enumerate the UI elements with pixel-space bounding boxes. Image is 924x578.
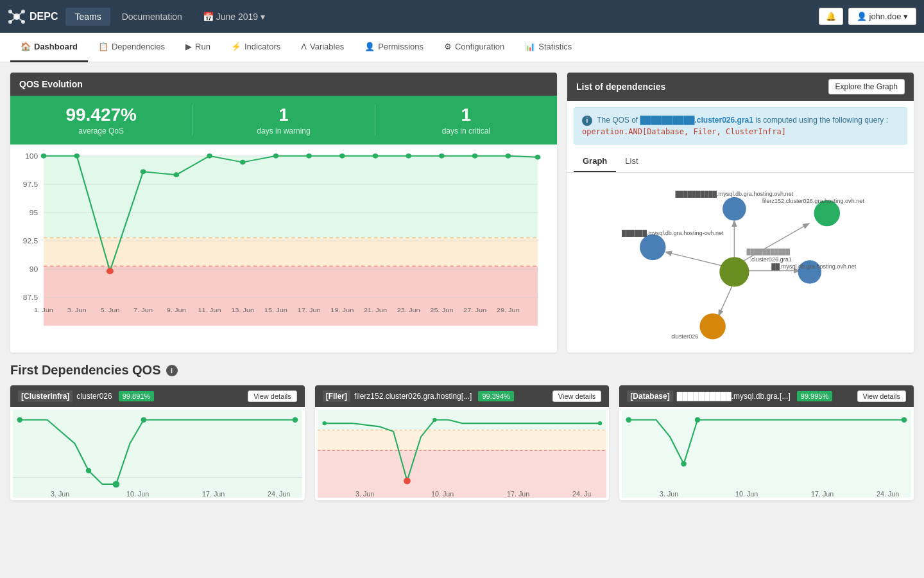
svg-text:10. Jun: 10. Jun	[735, 490, 758, 498]
svg-line-60	[744, 223, 809, 261]
svg-point-29	[141, 169, 146, 174]
dep-view-btn-clusterinfra[interactable]: View details	[248, 390, 297, 402]
svg-text:24. Jun: 24. Jun	[268, 490, 290, 498]
svg-text:5. Jun: 5. Jun	[100, 306, 119, 313]
svg-point-63	[723, 197, 746, 221]
svg-rect-10	[44, 238, 538, 266]
dep-mini-chart-filer: 3. Jun 10. Jun 17. Jun 24. Ju	[315, 407, 610, 500]
dependency-graph-svg: ██████████.mysql.db.gra.hosting.ovh.net …	[574, 179, 907, 346]
topnav-right: 🔔 👤 john.doe ▾	[819, 8, 917, 25]
svg-text:3. Jun: 3. Jun	[355, 490, 374, 498]
svg-point-81	[293, 417, 298, 423]
svg-point-62	[719, 257, 749, 286]
svg-point-101	[681, 461, 687, 466]
info-icon: i	[582, 116, 592, 126]
dep-mini-chart-database: 3. Jun 10. Jun 17. Jun 24. Jun	[619, 407, 914, 500]
tab-configuration[interactable]: ⚙ Configuration	[434, 33, 515, 62]
svg-point-40	[505, 153, 511, 159]
svg-point-31	[207, 153, 212, 159]
svg-rect-11	[44, 156, 538, 238]
svg-text:97.5: 97.5	[23, 180, 38, 188]
svg-text:19. Jun: 19. Jun	[330, 306, 354, 313]
svg-point-67	[699, 313, 725, 339]
sub-navigation: 🏠 Dashboard 📋 Dependencies ▶ Run ⚡ Indic…	[0, 33, 924, 62]
tab-permissions[interactable]: 👤 Permissions	[354, 33, 434, 62]
dep-card-tabs: Graph List	[567, 151, 914, 173]
qos-stats-bar: 99.427% average QoS 1 days in warning 1 …	[10, 96, 557, 144]
svg-text:1. Jun: 1. Jun	[34, 306, 53, 313]
svg-point-93	[432, 418, 436, 422]
svg-point-79	[113, 481, 120, 488]
explore-graph-button[interactable]: Explore the Graph	[828, 79, 905, 94]
user-menu[interactable]: 👤 john.doe ▾	[848, 8, 917, 25]
tab-dependencies-label: Dependencies	[112, 42, 165, 51]
tab-statistics[interactable]: 📊 Statistics	[515, 33, 582, 62]
svg-text:17. Jun: 17. Jun	[298, 306, 321, 313]
svg-text:3. Jun: 3. Jun	[660, 490, 678, 498]
svg-point-30	[173, 172, 179, 177]
dep-info-box: i The QOS of ██████████.cluster026.gra1 …	[574, 107, 907, 144]
svg-text:7. Jun: 7. Jun	[133, 306, 153, 313]
svg-point-39	[472, 153, 478, 159]
dep-qos-filer: 99.394%	[478, 391, 513, 401]
svg-point-34	[306, 153, 312, 159]
logo-icon	[8, 8, 26, 26]
svg-rect-87	[318, 430, 607, 451]
tab-statistics-label: Statistics	[538, 42, 572, 51]
svg-text:23. Jun: 23. Jun	[397, 306, 420, 313]
svg-text:17. Jun: 17. Jun	[811, 490, 834, 498]
svg-point-5	[8, 10, 12, 13]
notification-button[interactable]: 🔔	[819, 8, 843, 25]
info-text-middle: is computed using the following query :	[755, 116, 888, 125]
svg-text:██████.mysql.db.gra.hosting-ov: ██████.mysql.db.gra.hosting-ovh.net	[622, 229, 724, 237]
qos-warning-value: 1	[193, 105, 374, 125]
svg-point-64	[640, 234, 665, 260]
qos-average-stat: 99.427% average QoS	[10, 105, 193, 136]
tab-dashboard[interactable]: 🏠 Dashboard	[10, 33, 88, 62]
tab-indicators[interactable]: ⚡ Indicators	[221, 33, 291, 62]
nav-documentation[interactable]: Documentation	[113, 8, 191, 26]
tab-run[interactable]: ▶ Run	[175, 33, 221, 62]
dep-mini-header-filer: [Filer] filerz152.cluster026.gra.hosting…	[315, 385, 610, 407]
svg-text:filerz152.cluster026.gra.hosti: filerz152.cluster026.gra.hosting.ovh.net	[762, 198, 865, 204]
qos-warning-label: days in warning	[193, 127, 374, 136]
tab-list[interactable]: List	[616, 151, 647, 172]
svg-text:100: 100	[25, 152, 38, 159]
statistics-icon: 📊	[525, 42, 535, 51]
svg-point-102	[695, 417, 701, 423]
nav-date[interactable]: 📅 June 2019 ▾	[194, 8, 274, 26]
svg-rect-88	[318, 410, 607, 430]
tab-permissions-label: Permissions	[378, 42, 424, 51]
svg-text:87.5: 87.5	[23, 294, 38, 301]
dep-view-btn-database[interactable]: View details	[857, 390, 907, 402]
dep-view-btn-filer[interactable]: View details	[552, 390, 602, 402]
svg-text:95: 95	[30, 209, 38, 216]
svg-text:17. Jun: 17. Jun	[202, 490, 225, 498]
dep-mini-card-clusterinfra: [ClusterInfra] cluster026 99.891% View d…	[10, 385, 305, 500]
svg-text:███████████: ███████████	[747, 249, 791, 256]
tab-variables[interactable]: Λ Variables	[291, 33, 354, 62]
qos-average-value: 99.427%	[10, 105, 192, 125]
tab-graph[interactable]: Graph	[574, 151, 616, 172]
svg-text:██.mysql.db.gra.hosting.ovh.ne: ██.mysql.db.gra.hosting.ovh.net	[771, 263, 857, 270]
dep-card-title: List of dependencies	[576, 82, 665, 92]
svg-point-66	[814, 200, 840, 226]
info-text-prefix: The QOS of	[597, 116, 640, 125]
dep-tag-filer: [Filer]	[323, 390, 350, 402]
tab-variables-label: Variables	[310, 42, 344, 51]
user-icon: 👤	[857, 12, 867, 21]
svg-point-41	[535, 155, 541, 160]
svg-point-8	[21, 20, 25, 24]
svg-point-32	[240, 160, 246, 165]
svg-text:15. Jun: 15. Jun	[264, 306, 287, 313]
svg-text:10. Jun: 10. Jun	[126, 490, 149, 498]
bell-icon: 🔔	[826, 12, 836, 21]
svg-point-28	[107, 268, 114, 274]
dep-graph-container: ██████████.mysql.db.gra.hosting.ovh.net …	[567, 173, 914, 353]
nav-teams[interactable]: Teams	[65, 8, 110, 26]
tab-dependencies[interactable]: 📋 Dependencies	[88, 33, 175, 62]
svg-point-91	[404, 477, 411, 484]
svg-text:24. Jun: 24. Jun	[877, 490, 899, 498]
first-dep-info-icon[interactable]: i	[166, 365, 178, 376]
main-content: QOS Evolution 99.427% average QoS 1 days…	[0, 62, 924, 578]
